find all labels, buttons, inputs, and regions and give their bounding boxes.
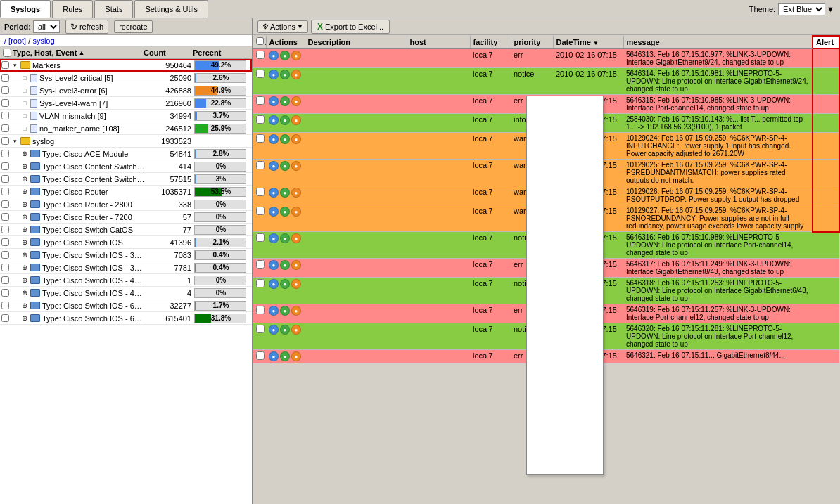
info-icon[interactable]: ● bbox=[269, 115, 279, 125]
info-icon[interactable]: ● bbox=[269, 51, 279, 60]
table-row[interactable]: ●●●local7err2010-02-16 07:155646313: Feb… bbox=[253, 49, 839, 68]
tree-row[interactable]: ⊕Type: Cisco Switch IOS - 400010% bbox=[0, 274, 252, 287]
tree-row[interactable]: □Sys-Level3-error [6]42688844.9% bbox=[0, 84, 252, 97]
flag-icon[interactable]: ● bbox=[291, 233, 301, 243]
view-icon[interactable]: ● bbox=[280, 161, 290, 171]
flag-icon[interactable]: ● bbox=[291, 351, 301, 361]
tab-settings[interactable]: Settings & Utils bbox=[134, 0, 208, 18]
tree-row[interactable]: ⊕Type: Cisco ACE-Module548412.8% bbox=[0, 148, 252, 160]
th-host[interactable]: host bbox=[407, 36, 470, 49]
row-checkbox[interactable] bbox=[256, 188, 265, 196]
expand-icon[interactable]: ⊕ bbox=[20, 251, 29, 259]
th-datetime[interactable]: DateTime ▼ bbox=[553, 36, 623, 49]
expand-icon[interactable]: ⊕ bbox=[20, 302, 29, 310]
row-checkbox[interactable] bbox=[1, 74, 9, 82]
view-icon[interactable]: ● bbox=[280, 96, 290, 106]
expand-icon[interactable]: ⊕ bbox=[20, 238, 29, 247]
tree-row[interactable]: □Sys-Level4-warn [7]21696022.8% bbox=[0, 97, 252, 110]
expand-icon[interactable]: ⊕ bbox=[20, 200, 29, 209]
view-icon[interactable]: ● bbox=[280, 207, 290, 217]
tree-row[interactable]: ⊕Type: Cisco Router - 7200570% bbox=[0, 211, 252, 224]
col-type-header[interactable]: Type, Host, Event ▲ bbox=[13, 49, 144, 57]
refresh-button[interactable]: ↻ refresh bbox=[65, 20, 108, 34]
info-icon[interactable]: ● bbox=[269, 279, 279, 289]
tree-row[interactable]: ⊕Type: Cisco Switch IOS - 450040% bbox=[0, 287, 252, 299]
tree-row[interactable]: ⊕Type: Cisco Content Switch 11500575153% bbox=[0, 173, 252, 186]
expand-icon[interactable]: ▾ bbox=[11, 61, 19, 70]
info-icon[interactable]: ● bbox=[269, 233, 279, 243]
tree-row[interactable]: □Sys-Level2-critical [5]250902.6% bbox=[0, 72, 252, 84]
tree-row[interactable]: □VLAN-mismatch [9]349943.7% bbox=[0, 110, 252, 122]
th-actions[interactable]: Actions bbox=[266, 36, 305, 49]
table-row[interactable]: ●●●local7notice2010-02-16 07:155646314: … bbox=[253, 68, 839, 95]
tab-stats[interactable]: Stats bbox=[94, 0, 133, 18]
view-icon[interactable]: ● bbox=[280, 70, 290, 79]
tree-row[interactable]: ⊕Type: Cisco Router103537153.5% bbox=[0, 186, 252, 198]
row-checkbox[interactable] bbox=[1, 276, 9, 284]
expand-icon[interactable]: ⊕ bbox=[20, 314, 29, 323]
row-checkbox[interactable] bbox=[256, 51, 265, 59]
tree-row[interactable]: ⊕Type: Cisco Switch IOS - 3500/290070830… bbox=[0, 249, 252, 261]
info-icon[interactable]: ● bbox=[269, 351, 279, 361]
row-checkbox[interactable] bbox=[256, 70, 265, 78]
tab-syslogs[interactable]: Syslogs bbox=[0, 0, 51, 18]
th-alert[interactable]: Alert bbox=[813, 36, 839, 49]
view-icon[interactable]: ● bbox=[280, 233, 290, 243]
expand-icon[interactable]: ⊕ bbox=[20, 213, 29, 221]
row-checkbox[interactable] bbox=[1, 213, 9, 221]
tree-row[interactable]: ⊕Type: Cisco Switch IOS413962.1% bbox=[0, 236, 252, 249]
row-checkbox[interactable] bbox=[1, 112, 9, 119]
tree-row[interactable]: ⊕Type: Cisco Content Switch 110504140% bbox=[0, 160, 252, 173]
expand-icon[interactable]: ⊕ bbox=[20, 264, 29, 272]
row-checkbox[interactable] bbox=[256, 134, 265, 143]
period-select[interactable]: all bbox=[33, 20, 60, 33]
expand-icon[interactable]: ⊕ bbox=[20, 226, 29, 234]
flag-icon[interactable]: ● bbox=[291, 325, 301, 335]
flag-icon[interactable]: ● bbox=[291, 96, 301, 106]
th-description[interactable]: Description bbox=[305, 36, 407, 49]
flag-icon[interactable]: ● bbox=[291, 260, 301, 270]
row-checkbox[interactable] bbox=[1, 302, 9, 309]
expand-icon[interactable]: ⊕ bbox=[20, 276, 29, 285]
actions-button[interactable]: ⚙ Actions ▼ bbox=[257, 20, 308, 33]
tree-row[interactable]: ▾Markers95046449.2% bbox=[0, 59, 252, 72]
info-icon[interactable]: ● bbox=[269, 96, 279, 106]
th-facility[interactable]: facility bbox=[470, 36, 511, 49]
tree-row[interactable]: ⊕Type: Cisco Router - 28003380% bbox=[0, 198, 252, 211]
info-icon[interactable]: ● bbox=[269, 70, 279, 79]
tree-row[interactable]: □no_marker_name [108]24651225.9% bbox=[0, 122, 252, 135]
tab-rules[interactable]: Rules bbox=[52, 0, 93, 18]
view-icon[interactable]: ● bbox=[280, 306, 290, 316]
flag-icon[interactable]: ● bbox=[291, 51, 301, 60]
info-icon[interactable]: ● bbox=[269, 260, 279, 270]
flag-icon[interactable]: ● bbox=[291, 207, 301, 217]
row-checkbox[interactable] bbox=[256, 260, 265, 269]
row-checkbox[interactable] bbox=[256, 306, 265, 314]
tree-row[interactable]: ▾syslog1933523 bbox=[0, 135, 252, 148]
row-checkbox[interactable] bbox=[1, 150, 9, 157]
tree-row[interactable]: ⊕Type: Cisco Switch IOS - 370077810.4% bbox=[0, 261, 252, 274]
header-checkbox[interactable] bbox=[256, 37, 264, 45]
expand-icon[interactable]: ⊕ bbox=[20, 175, 29, 183]
view-icon[interactable]: ● bbox=[280, 134, 290, 144]
export-excel-button[interactable]: X Export to Excel... bbox=[311, 20, 390, 34]
info-icon[interactable]: ● bbox=[269, 207, 279, 217]
col-percent-header[interactable]: Percent bbox=[193, 49, 249, 57]
flag-icon[interactable]: ● bbox=[291, 134, 301, 144]
row-checkbox[interactable] bbox=[256, 207, 265, 215]
expand-icon[interactable]: ▾ bbox=[11, 137, 19, 146]
info-icon[interactable]: ● bbox=[269, 306, 279, 316]
flag-icon[interactable]: ● bbox=[291, 70, 301, 79]
row-checkbox[interactable] bbox=[256, 233, 265, 242]
th-check[interactable] bbox=[253, 36, 266, 49]
row-checkbox[interactable] bbox=[1, 175, 9, 183]
view-icon[interactable]: ● bbox=[280, 260, 290, 270]
row-checkbox[interactable] bbox=[1, 162, 9, 170]
flag-icon[interactable]: ● bbox=[291, 161, 301, 171]
row-checkbox[interactable] bbox=[1, 61, 9, 69]
flag-icon[interactable]: ● bbox=[291, 115, 301, 125]
row-checkbox[interactable] bbox=[1, 188, 9, 195]
col-count-header[interactable]: Count bbox=[144, 49, 193, 57]
row-checkbox[interactable] bbox=[1, 289, 9, 297]
row-checkbox[interactable] bbox=[1, 99, 9, 107]
